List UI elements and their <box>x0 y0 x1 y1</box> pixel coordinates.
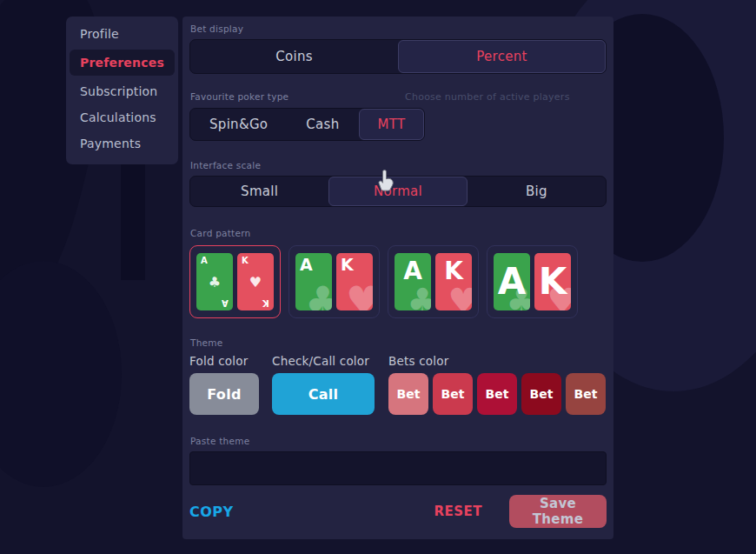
heart-suit-icon: ♥ <box>346 277 373 310</box>
sidebar-item-calculations[interactable]: Calculations <box>66 104 178 130</box>
king-card-preview: K ♥ <box>336 253 373 310</box>
heart-suit-icon: ♥ <box>249 274 262 290</box>
preferences-panel: Bet display Coins Percent Favourite poke… <box>182 17 613 539</box>
sidebar-item-preferences[interactable]: Preferences <box>70 50 175 76</box>
card-pattern-label: Card pattern <box>190 228 607 238</box>
toggle-option-coins[interactable]: Coins <box>190 40 398 73</box>
toggle-option-percent[interactable]: Percent <box>398 40 606 73</box>
heart-suit-icon: ♥ <box>448 281 472 310</box>
card-rank: A <box>300 255 313 274</box>
call-color-label: Check/Call color <box>272 354 388 368</box>
king-card-preview: K ♥ <box>534 253 571 310</box>
toggle-option-normal[interactable]: Normal <box>328 177 467 206</box>
king-card-preview: K ♥ <box>435 253 472 310</box>
card-rank: A <box>201 256 208 265</box>
toggle-option-mtt[interactable]: MTT <box>359 109 425 140</box>
heart-suit-icon: ♥ <box>547 281 571 310</box>
paste-theme-input[interactable] <box>189 451 607 485</box>
interface-scale-toggle: Small Normal Big <box>189 176 607 207</box>
king-card-preview: K ♥ K <box>237 253 274 310</box>
interface-scale-label: Interface scale <box>190 160 607 170</box>
card-pattern-option-1[interactable]: A ♣ A K ♥ K <box>189 245 281 318</box>
poker-type-label: Favourite poker type <box>190 91 405 102</box>
bet-color-button-5[interactable]: Bet <box>566 373 606 415</box>
bet-display-toggle: Coins Percent <box>189 39 607 74</box>
card-rank: K <box>262 298 269 308</box>
bet-color-swatches: Bet Bet Bet Bet Bet <box>388 373 606 415</box>
card-pattern-option-2[interactable]: A ♣ K ♥ <box>288 245 380 318</box>
ace-card-preview: A ♣ A <box>196 253 233 310</box>
sidebar-item-payments[interactable]: Payments <box>66 130 178 157</box>
fold-color-button[interactable]: Fold <box>189 373 259 415</box>
toggle-option-big[interactable]: Big <box>468 177 606 206</box>
bet-display-label: Bet display <box>190 23 607 34</box>
copy-theme-link[interactable]: COPY <box>189 504 234 520</box>
active-players-label: Choose number of active players <box>405 91 570 103</box>
poker-type-toggle: Spin&Go Cash MTT <box>189 108 425 141</box>
club-suit-icon: ♣ <box>407 281 431 310</box>
club-suit-icon: ♣ <box>209 274 221 290</box>
card-pattern-option-4[interactable]: A ♣ K ♥ <box>487 245 578 318</box>
ace-card-preview: A ♣ <box>295 253 332 310</box>
card-rank: K <box>341 255 354 274</box>
bet-color-button-4[interactable]: Bet <box>521 373 561 415</box>
reset-theme-link[interactable]: RESET <box>434 504 482 519</box>
toggle-option-spingo[interactable]: Spin&Go <box>190 109 287 140</box>
club-suit-icon: ♣ <box>305 277 332 310</box>
bet-color-button-1[interactable]: Bet <box>388 373 428 415</box>
background-blob <box>0 261 122 487</box>
ace-card-preview: A ♣ <box>494 253 530 310</box>
sidebar-item-profile[interactable]: Profile <box>66 21 178 47</box>
ace-card-preview: A ♣ <box>395 253 431 310</box>
save-theme-button[interactable]: Save Theme <box>509 495 607 528</box>
card-pattern-option-3[interactable]: A ♣ K ♥ <box>388 245 479 318</box>
call-color-button[interactable]: Call <box>272 373 375 415</box>
paste-theme-label: Paste theme <box>190 436 607 446</box>
bet-color-button-3[interactable]: Bet <box>477 373 517 415</box>
card-rank: K <box>242 256 249 265</box>
toggle-option-cash[interactable]: Cash <box>287 109 358 140</box>
card-rank: A <box>222 298 229 308</box>
sidebar-item-subscription[interactable]: Subscription <box>66 78 178 104</box>
club-suit-icon: ♣ <box>506 281 530 310</box>
toggle-option-small[interactable]: Small <box>190 177 328 206</box>
settings-sidebar: Profile Preferences Subscription Calcula… <box>66 17 178 164</box>
card-pattern-options: A ♣ A K ♥ K A ♣ K ♥ A ♣ <box>189 245 607 318</box>
bets-color-label: Bets color <box>388 354 448 368</box>
bet-color-button-2[interactable]: Bet <box>433 373 473 415</box>
theme-label: Theme <box>190 337 607 348</box>
background-blob <box>121 162 145 280</box>
fold-color-label: Fold color <box>189 354 272 368</box>
